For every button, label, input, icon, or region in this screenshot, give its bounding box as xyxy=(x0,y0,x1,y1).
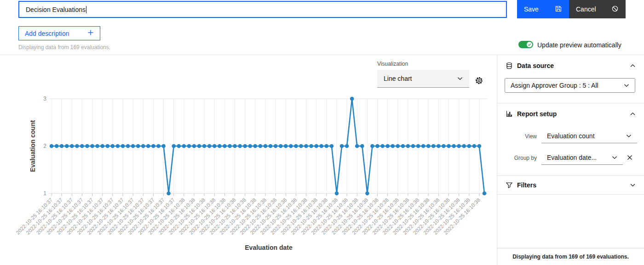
group-by-select[interactable]: Evaluation date... xyxy=(541,151,623,165)
chart-point[interactable] xyxy=(243,144,247,148)
chart-point[interactable] xyxy=(457,144,461,148)
chart-point[interactable] xyxy=(228,144,232,148)
chart-point[interactable] xyxy=(350,97,354,101)
chart-point[interactable] xyxy=(100,144,104,148)
chart-point[interactable] xyxy=(192,144,196,148)
chart-point[interactable] xyxy=(309,144,313,148)
chart-point[interactable] xyxy=(319,144,323,148)
chart-point[interactable] xyxy=(360,144,364,148)
chart-point[interactable] xyxy=(294,144,298,148)
chart-point[interactable] xyxy=(269,144,273,148)
chart-point[interactable] xyxy=(126,144,130,148)
chart-point[interactable] xyxy=(345,144,349,148)
chart-point[interactable] xyxy=(85,144,89,148)
chart-point[interactable] xyxy=(90,144,94,148)
chart-point[interactable] xyxy=(259,144,263,148)
chart-point[interactable] xyxy=(274,144,278,148)
chart-point[interactable] xyxy=(248,144,253,148)
section-header-data-source[interactable]: Data source xyxy=(497,55,644,76)
data-source-select[interactable]: Assign Approver Group : 5 : All xyxy=(505,78,635,93)
chart-point[interactable] xyxy=(462,144,466,148)
chart-point[interactable] xyxy=(116,144,120,148)
chart-point[interactable] xyxy=(146,144,150,148)
update-preview-toggle[interactable] xyxy=(518,41,533,48)
chart-point[interactable] xyxy=(187,144,191,148)
chart-point[interactable] xyxy=(299,144,303,148)
chart-point[interactable] xyxy=(218,144,222,148)
chart-point[interactable] xyxy=(477,144,482,148)
chart-point[interactable] xyxy=(411,144,415,148)
chart-point[interactable] xyxy=(136,144,140,148)
section-header-report-setup[interactable]: Report setup xyxy=(497,103,644,124)
chart-point[interactable] xyxy=(314,144,318,148)
cancel-button-label: Cancel xyxy=(576,6,596,13)
chart-point[interactable] xyxy=(156,144,161,148)
chart-point[interactable] xyxy=(50,144,54,148)
chart-point[interactable] xyxy=(264,144,268,148)
chart-point[interactable] xyxy=(253,144,258,148)
chart-point[interactable] xyxy=(65,144,69,148)
chart-point[interactable] xyxy=(223,144,227,148)
chart-point[interactable] xyxy=(431,144,436,148)
chart-point[interactable] xyxy=(426,144,431,148)
chart-point[interactable] xyxy=(75,144,79,148)
chart-point[interactable] xyxy=(442,144,446,148)
chart-point[interactable] xyxy=(452,144,456,148)
chart-point[interactable] xyxy=(330,144,334,148)
chart-point[interactable] xyxy=(406,144,410,148)
chart-point[interactable] xyxy=(437,144,441,148)
chart-point[interactable] xyxy=(202,144,207,148)
chart-point[interactable] xyxy=(325,144,329,148)
chart-point[interactable] xyxy=(238,144,242,148)
chart-point[interactable] xyxy=(167,192,171,196)
chart-point[interactable] xyxy=(467,144,472,148)
chart-point[interactable] xyxy=(355,144,359,148)
chart-point[interactable] xyxy=(391,144,395,148)
chart-point[interactable] xyxy=(284,144,288,148)
chart-point[interactable] xyxy=(141,144,145,148)
report-title-input[interactable]: Decision Evaluations xyxy=(18,1,507,18)
chart-point[interactable] xyxy=(95,144,99,148)
chart-point[interactable] xyxy=(483,192,487,196)
chart-point[interactable] xyxy=(177,144,181,148)
chart-point[interactable] xyxy=(70,144,74,148)
remove-group-by-button[interactable] xyxy=(626,153,634,162)
chart-point[interactable] xyxy=(182,144,186,148)
chart-point[interactable] xyxy=(111,144,115,148)
chart-point[interactable] xyxy=(365,192,369,196)
chart-point[interactable] xyxy=(401,144,405,148)
chart-point[interactable] xyxy=(385,144,390,148)
chart-point[interactable] xyxy=(472,144,477,148)
chart-point[interactable] xyxy=(207,144,212,148)
chart-point[interactable] xyxy=(121,144,125,148)
chart-point[interactable] xyxy=(421,144,426,148)
view-select[interactable]: Evaluation count xyxy=(541,129,637,143)
chart-point[interactable] xyxy=(380,144,385,148)
chart-point[interactable] xyxy=(375,144,380,148)
chart-point[interactable] xyxy=(55,144,59,148)
chart-point[interactable] xyxy=(151,144,155,148)
chart-point[interactable] xyxy=(80,144,84,148)
chart-point[interactable] xyxy=(289,144,293,148)
add-description-button[interactable]: Add description xyxy=(18,26,100,40)
chart-point[interactable] xyxy=(447,144,451,148)
chart-point[interactable] xyxy=(60,144,64,148)
chart-point[interactable] xyxy=(304,144,308,148)
chart-point[interactable] xyxy=(370,144,374,148)
chart-point[interactable] xyxy=(340,144,344,148)
save-button[interactable]: Save xyxy=(517,0,569,18)
cancel-button[interactable]: Cancel xyxy=(569,0,626,18)
chart-point[interactable] xyxy=(131,144,135,148)
chart-point[interactable] xyxy=(213,144,217,148)
chart-point[interactable] xyxy=(396,144,400,148)
chart-point[interactable] xyxy=(233,144,237,148)
section-header-filters[interactable]: Filters xyxy=(497,176,644,194)
filter-icon xyxy=(506,181,513,189)
chart-point[interactable] xyxy=(197,144,201,148)
chart-point[interactable] xyxy=(279,144,283,148)
chart-point[interactable] xyxy=(106,144,110,148)
chart-point[interactable] xyxy=(335,192,339,196)
chart-point[interactable] xyxy=(172,144,176,148)
chart-point[interactable] xyxy=(416,144,420,148)
chart-point[interactable] xyxy=(161,144,166,148)
